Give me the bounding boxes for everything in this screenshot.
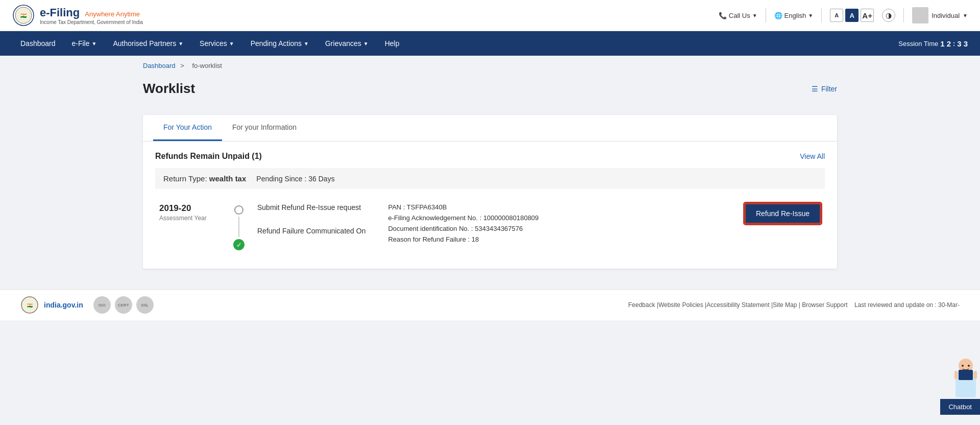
font-medium-btn[interactable]: A: [845, 9, 859, 22]
logo-sub: Income Tax Department, Government of Ind…: [40, 19, 143, 25]
info-area: PAN : TSFPA6340B e-Filing Acknowledgemen…: [388, 203, 732, 246]
timeline-step2-check: ✓: [233, 239, 244, 250]
contrast-btn[interactable]: ◑: [882, 9, 895, 22]
timeline-line: [238, 217, 239, 237]
emblem-icon: 🇮🇳: [12, 4, 35, 27]
pan-value: TSFPA6340B: [407, 203, 447, 211]
nav-dashboard[interactable]: Dashboard: [12, 31, 64, 56]
language-label: English: [785, 12, 806, 19]
filter-icon: ☰: [812, 85, 818, 93]
nav-pending-actions[interactable]: Pending Actions ▼: [242, 31, 317, 56]
call-us-btn[interactable]: 📞 Call Us ▼: [719, 12, 757, 19]
session-colon: :: [953, 40, 955, 48]
nav-dashboard-label: Dashboard: [20, 39, 56, 48]
call-us-label: Call Us: [729, 12, 750, 19]
logo-tagline: Anywhere Anytime: [85, 10, 140, 18]
session-time-label: Session Time: [898, 40, 938, 48]
chevron-down-icon: ▼: [963, 13, 968, 18]
chevron-down-icon: ▼: [178, 41, 183, 46]
acknowledgement-label: e-Filing Acknowledgement No. :: [388, 214, 481, 222]
step1-label: Submit Refund Re-Issue request: [257, 203, 365, 211]
filter-label: Filter: [821, 85, 837, 93]
breadcrumb-current: fo-worklist: [192, 62, 222, 69]
logo-efiling: e-Filing: [40, 6, 80, 19]
footer-text: Feedback |Website Policies |Accessibilit…: [628, 301, 960, 309]
nav-bar: Dashboard e-File ▼ Authorised Partners ▼…: [0, 31, 980, 56]
session-digit-3: 3: [957, 39, 961, 48]
nav-help-label: Help: [385, 39, 400, 48]
pending-since-text: Pending Since : 36 Days: [256, 175, 334, 183]
return-row: Return Type: wealth tax Pending Since : …: [155, 168, 825, 189]
globe-icon: 🌐: [774, 12, 782, 19]
acknowledgement-value: 100000080180809: [483, 214, 538, 222]
logo-area: 🇮🇳 e-Filing Anywhere Anytime Income Tax …: [12, 4, 143, 27]
chevron-down-icon: ▼: [229, 41, 234, 46]
footer-badge-2: CERT: [115, 296, 132, 314]
step2-label: Refund Failure Communicated On: [257, 227, 365, 235]
nav-efile[interactable]: e-File ▼: [64, 31, 105, 56]
doc-id-value: 5343434367576: [475, 225, 523, 232]
nav-authorised-partners[interactable]: Authorised Partners ▼: [105, 31, 191, 56]
assessment-label: Assessment Year: [159, 215, 220, 222]
footer-links: Feedback |Website Policies |Accessibilit…: [628, 301, 848, 309]
chevron-down-icon: ▼: [304, 41, 309, 46]
breadcrumb-separator: >: [180, 62, 184, 69]
nav-efile-label: e-File: [72, 39, 90, 48]
pan-line: PAN : TSFPA6340B: [388, 203, 732, 211]
view-all-link[interactable]: View All: [800, 152, 825, 160]
breadcrumb-home[interactable]: Dashboard: [143, 62, 176, 69]
return-type-value: wealth tax: [209, 174, 247, 183]
top-right: 📞 Call Us ▼ 🌐 English ▼ A A A+ ◑ Individ…: [719, 7, 968, 23]
year-area: 2019-20 Assessment Year: [159, 203, 220, 222]
session-time: Session Time 1 2 : 3 3: [898, 39, 968, 48]
session-digit-2: 2: [947, 39, 951, 48]
divider: [766, 8, 766, 22]
section-title: Refunds Remain Unpaid (1): [155, 152, 262, 161]
card-body: Refunds Remain Unpaid (1) View All Retur…: [143, 141, 837, 269]
user-area[interactable]: Individual ▼: [912, 7, 968, 23]
tab-for-your-action[interactable]: For Your Action: [153, 115, 222, 141]
session-digit-1: 1: [940, 39, 944, 48]
refund-reissue-button[interactable]: Refund Re-Issue: [745, 203, 821, 224]
tab-for-your-information[interactable]: For your Information: [222, 115, 307, 141]
footer-badge-3: SSL: [136, 296, 154, 314]
page-title: Worklist: [143, 81, 195, 97]
breadcrumb: Dashboard > fo-worklist: [0, 56, 980, 76]
footer-last-reviewed: Last reviewed and update on : 30-Mar-: [854, 301, 960, 309]
chevron-down-icon: ▼: [363, 41, 369, 46]
font-large-btn[interactable]: A+: [861, 9, 874, 22]
pending-since-value: 36 Days: [308, 175, 334, 183]
tabs-row: For Your Action For your Information: [143, 115, 837, 141]
pan-label: PAN :: [388, 203, 405, 211]
main-content: Worklist ☰ Filter For Your Action For yo…: [0, 76, 980, 289]
nav-services-label: Services: [200, 39, 227, 48]
timeline: ✓: [233, 205, 245, 250]
pending-since-label: Pending Since :: [256, 175, 306, 183]
chevron-down-icon: ▼: [808, 13, 813, 18]
logo-text: e-Filing Anywhere Anytime Income Tax Dep…: [40, 6, 143, 25]
nav-grievances[interactable]: Grievances ▼: [317, 31, 377, 56]
font-small-btn[interactable]: A: [830, 9, 843, 22]
svg-text:🇮🇳: 🇮🇳: [20, 12, 27, 19]
reason-line: Reason for Refund Failure : 18: [388, 235, 732, 243]
worklist-card: For Your Action For your Information Ref…: [143, 115, 837, 269]
filter-btn[interactable]: ☰ Filter: [812, 85, 837, 93]
section-header: Refunds Remain Unpaid (1) View All: [155, 152, 825, 161]
nav-grievances-label: Grievances: [325, 39, 361, 48]
title-filter-row: Worklist ☰ Filter: [143, 81, 837, 107]
timeline-step1-circle: [234, 205, 243, 215]
nav-services[interactable]: Services ▼: [191, 31, 242, 56]
nav-help[interactable]: Help: [377, 31, 408, 56]
footer-site-name[interactable]: india.gov.in: [44, 301, 83, 309]
reason-label: Reason for Refund Failure :: [388, 235, 470, 243]
action-area: Refund Re-Issue: [745, 203, 821, 224]
avatar: [912, 7, 928, 23]
top-bar: 🇮🇳 e-Filing Anywhere Anytime Income Tax …: [0, 0, 980, 31]
session-digit-4: 3: [964, 39, 968, 48]
return-type-text: Return Type: wealth tax: [163, 174, 246, 183]
acknowledgement-line: e-Filing Acknowledgement No. : 100000080…: [388, 214, 732, 222]
phone-icon: 📞: [719, 12, 727, 19]
doc-id-label: Document identification No. :: [388, 225, 473, 232]
detail-row: 2019-20 Assessment Year ✓ Submit Refund …: [155, 195, 825, 258]
language-selector[interactable]: 🌐 English ▼: [774, 12, 814, 19]
